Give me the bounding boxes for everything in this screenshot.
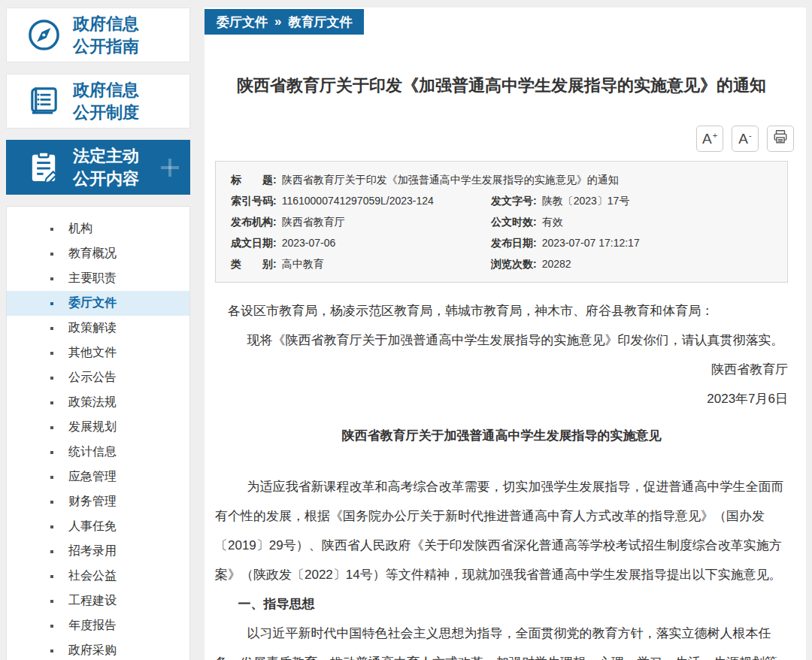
sidebar: 政府信息 公开指南 政府信息 公开制度 — [6, 8, 190, 660]
meta-field: 公文时效: 有效 — [491, 211, 780, 232]
sidebar-menu-item[interactable]: 机构 — [7, 216, 189, 241]
body-paragraph-2: 以习近平新时代中国特色社会主义思想为指导，全面贯彻党的教育方针，落实立德树人根本… — [215, 619, 788, 660]
bullet-icon — [50, 476, 53, 479]
bullet-icon — [50, 550, 53, 553]
sidebar-menu-item[interactable]: 委厅文件 — [7, 291, 189, 316]
bullet-icon — [50, 525, 53, 528]
breadcrumb-separator: » — [274, 14, 281, 29]
sidebar-menu-item[interactable]: 人事任免 — [7, 514, 189, 539]
meta-field: 发布机构: 陕西省教育厅 — [231, 211, 491, 232]
meta-box: 标 题: 陕西省教育厅关于印发《加强普通高中学生发展指导的实施意见》的通知 索引… — [215, 161, 788, 283]
sidebar-menu-item[interactable]: 主要职责 — [7, 266, 189, 291]
print-button[interactable] — [767, 126, 794, 152]
breadcrumb-section[interactable]: 委厅文件 — [217, 14, 268, 31]
meta-field: 成文日期: 2023-07-06 — [231, 232, 491, 253]
sidebar-menu-item[interactable]: 应急管理 — [7, 465, 189, 489]
signature-org: 陕西省教育厅 — [215, 355, 788, 384]
sidebar-menu-item[interactable]: 政策解读 — [7, 316, 189, 341]
content-panel: 委厅文件 » 教育厅文件 陕西省教育厅关于印发《加强普通高中学生发展指导的实施意… — [205, 8, 806, 660]
sidebar-menu-item[interactable]: 发展规划 — [7, 415, 189, 440]
font-increase-button[interactable]: A+ — [696, 126, 723, 152]
bullet-icon — [50, 327, 53, 330]
sidebar-menu-item[interactable]: 年度报告 — [7, 613, 189, 638]
card-label: 政府信息 公开指南 — [73, 13, 139, 58]
card-label: 政府信息 公开制度 — [73, 79, 139, 124]
bullet-icon — [50, 377, 53, 380]
sidebar-menu-item[interactable]: 政府采购 — [7, 638, 189, 660]
meta-grid: 索引号码: 11610000741297059L/2023-124 发文字号: … — [231, 190, 780, 274]
bullet-icon — [50, 575, 53, 578]
bullet-icon — [50, 600, 53, 603]
sidebar-menu-item[interactable]: 工程建设 — [7, 589, 189, 613]
font-decrease-button[interactable]: A- — [732, 126, 759, 152]
bullet-icon — [50, 228, 53, 231]
bullet-icon — [50, 649, 53, 652]
sidebar-menu-item[interactable]: 社会公益 — [7, 564, 189, 589]
sidebar-menu-item[interactable]: 招考录用 — [7, 539, 189, 564]
meta-field: 浏览次数: 20282 — [491, 253, 780, 274]
sidebar-menu-item[interactable]: 政策法规 — [7, 390, 189, 415]
compass-icon — [26, 17, 62, 53]
meta-field: 类 别: 高中教育 — [231, 253, 491, 274]
book-icon — [26, 83, 62, 119]
section-heading-1: 一、指导思想 — [215, 589, 788, 619]
signature-date: 2023年7月6日 — [215, 384, 788, 413]
sidebar-menu-item[interactable]: 公示公告 — [7, 365, 189, 390]
bullet-icon — [50, 451, 53, 454]
breadcrumb: 委厅文件 » 教育厅文件 — [205, 9, 364, 35]
meta-field: 发布日期: 2023-07-07 17:12:17 — [491, 232, 780, 253]
sidebar-menu: 机构 教育概况 主要职责 委厅文件 政策解读 其他文件 公示公告 政策法规 发展… — [6, 206, 190, 660]
meta-field: 索引号码: 11610000741297059L/2023-124 — [231, 190, 491, 211]
sidebar-menu-item[interactable]: 财务管理 — [7, 489, 189, 514]
bullet-icon — [50, 253, 53, 256]
bullet-icon — [50, 426, 53, 429]
intro-paragraph: 现将《陕西省教育厅关于加强普通高中学生发展指导的实施意见》印发你们，请认真贯彻落… — [215, 325, 788, 355]
sidebar-card-disclosure-system[interactable]: 政府信息 公开制度 — [6, 74, 190, 129]
bullet-icon — [50, 501, 53, 504]
clipboard-pencil-icon — [26, 150, 62, 185]
sidebar-card-disclosure-guide[interactable]: 政府信息 公开指南 — [6, 8, 190, 62]
meta-field: 发文字号: 陕教〔2023〕17号 — [491, 190, 780, 211]
body-paragraph-1: 为适应我省新课程改革和高考综合改革需要，切实加强学生发展指导，促进普通高中学生全… — [215, 472, 788, 589]
meta-field-title: 标 题: 陕西省教育厅关于印发《加强普通高中学生发展指导的实施意见》的通知 — [231, 169, 780, 190]
breadcrumb-current[interactable]: 教育厅文件 — [288, 14, 352, 31]
sidebar-menu-item[interactable]: 其他文件 — [7, 341, 189, 365]
bullet-icon — [50, 302, 53, 305]
document-subtitle: 陕西省教育厅关于加强普通高中学生发展指导的实施意见 — [215, 421, 788, 450]
sidebar-menu-item[interactable]: 统计信息 — [7, 440, 189, 465]
salutation: 各设区市教育局，杨凌示范区教育局，韩城市教育局，神木市、府谷县教育和体育局： — [215, 296, 788, 325]
printer-icon — [772, 129, 789, 149]
card-label: 法定主动 公开内容 — [73, 145, 139, 190]
sidebar-menu-item[interactable]: 教育概况 — [7, 241, 189, 266]
toolbar: A+ A- — [205, 126, 794, 152]
bullet-icon — [50, 401, 53, 404]
plus-icon — [161, 159, 179, 177]
bullet-icon — [50, 277, 53, 280]
sidebar-card-statutory-disclosure[interactable]: 法定主动 公开内容 — [6, 140, 190, 195]
bullet-icon — [50, 625, 53, 628]
article-body: 各设区市教育局，杨凌示范区教育局，韩城市教育局，神木市、府谷县教育和体育局： 现… — [215, 296, 788, 660]
page-title: 陕西省教育厅关于印发《加强普通高中学生发展指导的实施意见》的通知 — [215, 74, 788, 97]
bullet-icon — [50, 352, 53, 355]
